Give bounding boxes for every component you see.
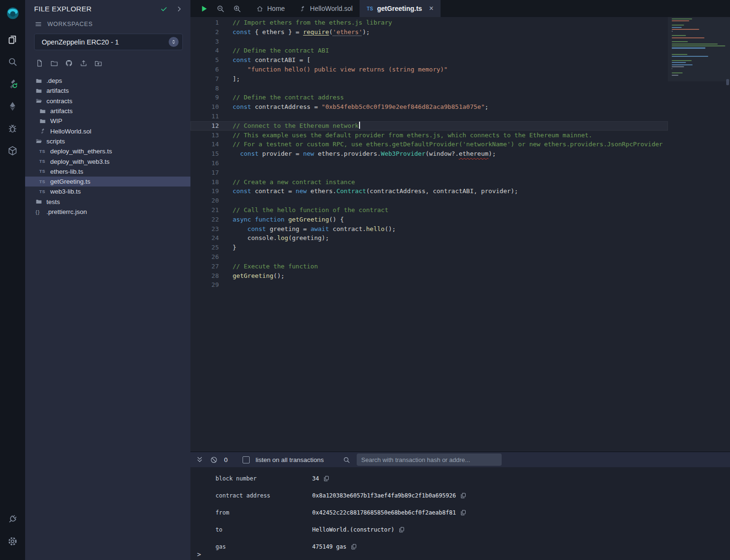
tree-item-helloworld-sol[interactable]: HelloWorld.sol — [25, 126, 190, 136]
code-line[interactable]: 24 console.log(greeting); — [190, 233, 668, 243]
tree-item-getgreeting-ts[interactable]: TSgetGreeting.ts — [25, 177, 190, 187]
code-line[interactable]: 26 — [190, 252, 668, 262]
code-line[interactable]: 12// Connect to the Ethereum network — [190, 121, 668, 131]
minimap-line — [672, 56, 708, 57]
tree-item-artifacts[interactable]: artifacts — [25, 106, 190, 116]
editor-tabbar: HomeHelloWorld.solTSgetGreeting.ts× — [190, 0, 730, 17]
minimap-line — [672, 45, 725, 46]
copy-icon[interactable] — [460, 509, 467, 516]
remix-ide: FILE EXPLORER WORKSPACES OpenZeppelin ER… — [0, 0, 730, 560]
updown-icon[interactable] — [169, 37, 179, 47]
code-line[interactable]: 25} — [190, 243, 668, 252]
code-line[interactable]: 21// Call the hello function of the cont… — [190, 205, 668, 215]
remix-logo-icon[interactable] — [5, 4, 21, 23]
copy-icon[interactable] — [351, 543, 357, 550]
copy-icon[interactable] — [323, 475, 330, 482]
tree-item-prettierrc-json[interactable]: { }.prettierrc.json — [25, 207, 190, 217]
code-line[interactable]: 28getGreeting(); — [190, 271, 668, 281]
code-line[interactable]: 19const contract = new ethers.Contract(c… — [190, 187, 668, 196]
tab-home[interactable]: Home — [249, 0, 292, 17]
code-line[interactable]: 15 const provider = new ethers.providers… — [190, 149, 668, 159]
zoom-out-icon[interactable] — [216, 4, 225, 13]
tab-helloworld-sol[interactable]: HelloWorld.sol — [292, 0, 360, 17]
code-line[interactable]: 3 — [190, 37, 668, 46]
line-number: 13 — [190, 131, 219, 140]
copy-icon[interactable] — [398, 526, 405, 533]
code-line[interactable]: 8 — [190, 84, 668, 93]
tree-item-web3-lib-ts[interactable]: TSweb3-lib.ts — [25, 187, 190, 196]
menu-icon[interactable] — [35, 20, 42, 28]
tree-item-deploy-with-ethers-ts[interactable]: TSdeploy_with_ethers.ts — [25, 146, 190, 156]
terminal-prompt[interactable]: > — [197, 551, 201, 558]
settings-icon[interactable] — [5, 533, 21, 549]
publish-icon[interactable] — [79, 59, 88, 68]
check-icon[interactable] — [160, 5, 168, 13]
line-number: 29 — [190, 280, 219, 290]
code-line[interactable]: 20 — [190, 196, 668, 205]
code-line[interactable]: 23 const greeting = await contract.hello… — [190, 224, 668, 234]
run-script-icon[interactable] — [199, 4, 208, 13]
line-number: 5 — [190, 55, 219, 65]
code-line[interactable]: 6 "function hello() public view returns … — [190, 65, 668, 74]
minimap[interactable] — [672, 18, 725, 79]
scrollbar-thumb[interactable] — [726, 79, 729, 85]
tree-item-scripts[interactable]: scripts — [25, 136, 190, 146]
typescript-icon: TS — [39, 149, 46, 154]
code-editor[interactable]: 1// Import ethers from the ethers.js lib… — [190, 17, 730, 452]
github-icon[interactable] — [64, 59, 73, 68]
code-line[interactable]: 2const { ethers } = require('ethers'); — [190, 27, 668, 37]
code-line[interactable]: 13// This example uses the default provi… — [190, 131, 668, 140]
terminal-search-input[interactable] — [357, 453, 502, 466]
code-line[interactable]: 4// Define the contract ABI — [190, 46, 668, 55]
code-line[interactable]: 9// Define the contract address — [190, 93, 668, 102]
code-line[interactable]: 1// Import ethers from the ethers.js lib… — [190, 18, 668, 27]
load-folder-icon[interactable] — [94, 59, 103, 68]
chevron-right-icon[interactable] — [175, 5, 183, 13]
plugins-icon[interactable] — [5, 142, 21, 159]
tree-item-contracts[interactable]: contracts — [25, 96, 190, 106]
tree-item-deps[interactable]: .deps — [25, 76, 190, 86]
copy-icon[interactable] — [460, 492, 467, 499]
tree-item-wip[interactable]: WIP — [25, 116, 190, 126]
tree-item-deploy-with-web3-ts[interactable]: TSdeploy_with_web3.ts — [25, 156, 190, 166]
code-line[interactable]: 22async function getGreeting() { — [190, 215, 668, 224]
code-line[interactable]: 27// Execute the function — [190, 262, 668, 271]
file-name: artifacts — [46, 87, 69, 94]
workspace-select[interactable]: OpenZeppelin ERC20 - 1 — [34, 34, 183, 50]
code-line[interactable]: 14// For a testnet or custom RPC, use et… — [190, 140, 668, 149]
new-folder-icon[interactable] — [50, 59, 59, 68]
code-line[interactable]: 7]; — [190, 74, 668, 84]
tree-item-artifacts[interactable]: artifacts — [25, 86, 190, 96]
tree-item-tests[interactable]: tests — [25, 197, 190, 207]
file-explorer-icon[interactable] — [5, 31, 21, 47]
plugin-manager-icon[interactable] — [5, 511, 21, 527]
debugger-icon[interactable] — [5, 120, 21, 136]
transaction-count: 0 — [224, 456, 228, 463]
code-line[interactable]: 16 — [190, 159, 668, 168]
search-icon[interactable] — [5, 53, 21, 70]
code-line[interactable]: 18// Create a new contract instance — [190, 178, 668, 187]
zoom-in-icon[interactable] — [232, 4, 242, 13]
deploy-and-run-icon[interactable] — [5, 98, 21, 114]
code-line[interactable]: 11 — [190, 112, 668, 121]
line-number: 25 — [190, 243, 219, 252]
listen-checkbox[interactable] — [243, 456, 250, 463]
chevrons-down-icon[interactable] — [196, 456, 204, 464]
new-file-icon[interactable] — [35, 59, 44, 68]
minimap-line — [672, 20, 689, 21]
activity-bar — [0, 0, 25, 560]
code-line[interactable]: 17 — [190, 168, 668, 178]
minimap-line — [672, 66, 684, 67]
code-line[interactable]: 29 — [190, 280, 668, 290]
clear-console-icon[interactable] — [210, 456, 218, 464]
file-name: WIP — [50, 117, 63, 124]
tab-getgreeting-ts[interactable]: TSgetGreeting.ts× — [360, 0, 441, 17]
code-area[interactable]: 1// Import ethers from the ethers.js lib… — [190, 18, 668, 452]
folder-icon — [39, 118, 46, 124]
code-line[interactable]: 10const contractAddress = "0xb54febb5c0c… — [190, 102, 668, 112]
code-line[interactable]: 5const contractABI = [ — [190, 55, 668, 65]
close-icon[interactable]: × — [429, 5, 433, 12]
tx-field-label: contract address — [216, 492, 312, 499]
solidity-compiler-icon[interactable] — [5, 76, 21, 92]
tree-item-ethers-lib-ts[interactable]: TSethers-lib.ts — [25, 167, 190, 177]
